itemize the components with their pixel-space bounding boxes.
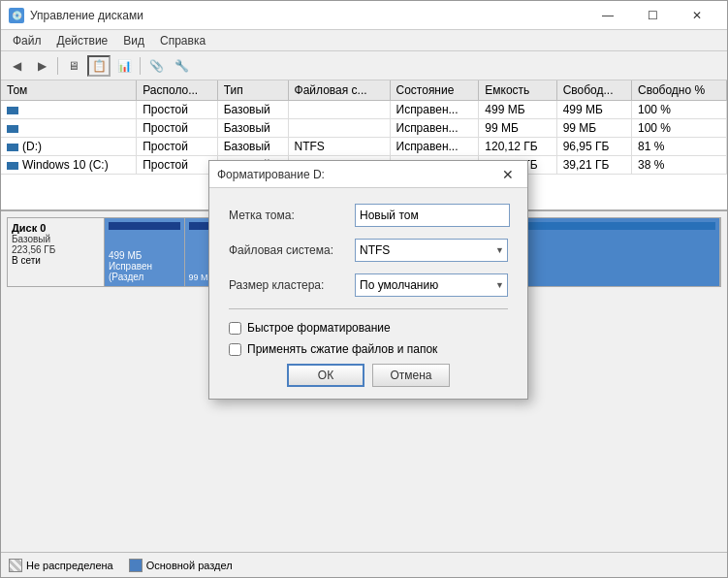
disk0-label: Диск 0 Базовый 223,56 ГБ В сети <box>8 218 105 286</box>
partition-1-topbar <box>109 222 180 230</box>
close-button[interactable]: ✕ <box>675 1 719 30</box>
legend-unalloc: Не распределена <box>9 559 113 572</box>
dialog-checkbox-compress: Применять сжатие файлов и папок <box>229 342 508 356</box>
legend-unalloc-label: Не распределена <box>26 560 113 571</box>
legend-primary-box <box>129 559 142 572</box>
col-free: Свобод... <box>556 80 631 101</box>
legend-unalloc-box <box>9 559 22 572</box>
toolbar-btn1[interactable]: 🖥 <box>62 55 85 77</box>
toolbar-forward[interactable]: ▶ <box>30 55 53 77</box>
partition-1-size: 499 МБ <box>109 250 180 261</box>
menu-view[interactable]: Вид <box>115 32 152 49</box>
dialog-select-wrap-cluster: По умолчанию 512 1024 2048 4096 <box>355 273 508 297</box>
toolbar-back[interactable]: ◀ <box>5 55 28 77</box>
minimize-button[interactable]: — <box>586 1 630 30</box>
disk-row-icon <box>7 144 18 151</box>
dialog-select-cluster[interactable]: По умолчанию 512 1024 2048 4096 <box>355 273 508 297</box>
col-rasp: Располо... <box>137 80 217 101</box>
disk0-size: 223,56 ГБ <box>12 244 100 255</box>
menu-file[interactable]: Файл <box>5 32 49 49</box>
toolbar-btn5[interactable]: 🔧 <box>170 55 193 77</box>
dialog-buttons: ОК Отмена <box>229 364 508 387</box>
col-fs: Файловая с... <box>288 80 390 101</box>
titlebar-controls: — ☐ ✕ <box>586 1 719 30</box>
disk0-type: Базовый <box>12 234 100 244</box>
toolbar: ◀ ▶ 🖥 📋 📊 📎 🔧 <box>1 51 727 80</box>
dialog-row-fs: Файловая система: NTFS FAT32 exFAT <box>229 239 508 262</box>
table-row[interactable]: ПростойБазовыйИсправен...499 МБ499 МБ100… <box>1 101 727 119</box>
disk-row-icon <box>7 107 18 114</box>
dialog-label-fs: Файловая система: <box>229 243 355 257</box>
menu-help[interactable]: Справка <box>152 32 213 49</box>
partition-1-status: Исправен (Раздел <box>109 261 180 282</box>
disk-row-icon <box>7 162 18 170</box>
dialog-body: Метка тома: Файловая система: NTFS FAT32… <box>209 188 527 399</box>
titlebar-left: 💿 Управление дисками <box>9 8 143 23</box>
disk-row-icon <box>7 125 18 133</box>
menubar: Файл Действие Вид Справка <box>1 30 727 51</box>
window-title: Управление дисками <box>30 9 143 22</box>
dialog-cancel-button[interactable]: Отмена <box>372 364 450 387</box>
dialog-ok-button[interactable]: ОК <box>287 364 364 387</box>
table-row[interactable]: (D:)ПростойБазовыйNTFSИсправен...120,12 … <box>1 138 727 156</box>
dialog-close-button[interactable]: ✕ <box>496 164 520 185</box>
maximize-button[interactable]: ☐ <box>630 1 675 30</box>
col-freepct: Свободно % <box>631 80 726 101</box>
app-icon: 💿 <box>9 8 24 23</box>
dialog-select-wrap-fs: NTFS FAT32 exFAT <box>355 239 508 262</box>
toolbar-btn2[interactable]: 📋 <box>87 55 111 77</box>
toolbar-btn3[interactable]: 📊 <box>112 55 136 77</box>
col-capacity: Емкость <box>479 80 556 101</box>
toolbar-btn4[interactable]: 📎 <box>144 55 168 77</box>
disk0-title: Диск 0 <box>12 222 100 234</box>
menu-action[interactable]: Действие <box>49 32 116 49</box>
dialog-input-metka[interactable] <box>355 204 510 227</box>
main-window: 💿 Управление дисками — ☐ ✕ Файл Действие… <box>0 0 728 578</box>
col-tom: Том <box>1 80 137 101</box>
legend-primary: Основной раздел <box>129 559 233 572</box>
col-tip: Тип <box>217 80 288 101</box>
disk0-status: В сети <box>12 255 100 266</box>
dialog-sep <box>229 308 508 309</box>
titlebar: 💿 Управление дисками — ☐ ✕ <box>1 1 727 30</box>
checkbox-quick-format[interactable] <box>229 322 241 335</box>
toolbar-sep2 <box>140 57 141 75</box>
toolbar-sep1 <box>57 57 58 75</box>
checkbox-compress-label: Применять сжатие файлов и папок <box>247 342 437 356</box>
dialog-row-metka: Метка тома: <box>229 204 508 227</box>
dialog-checkbox-quick: Быстрое форматирование <box>229 321 508 335</box>
dialog-label-metka: Метка тома: <box>229 209 355 222</box>
dialog-select-fs[interactable]: NTFS FAT32 exFAT <box>355 239 508 262</box>
dialog-titlebar: Форматирование D: ✕ <box>209 161 527 188</box>
partition-1[interactable]: 499 МБ Исправен (Раздел <box>105 218 185 286</box>
format-dialog: Форматирование D: ✕ Метка тома: Файловая… <box>208 160 528 400</box>
dialog-title: Форматирование D: <box>217 168 325 181</box>
checkbox-compress[interactable] <box>229 343 241 356</box>
table-row[interactable]: ПростойБазовыйИсправен...99 МБ99 МБ100 % <box>1 119 727 138</box>
col-status: Состояние <box>390 80 479 101</box>
legend-primary-label: Основной раздел <box>146 560 233 571</box>
checkbox-quick-label: Быстрое форматирование <box>247 321 391 335</box>
legend: Не распределена Основной раздел <box>1 552 727 577</box>
dialog-label-cluster: Размер кластера: <box>229 278 355 292</box>
dialog-row-cluster: Размер кластера: По умолчанию 512 1024 2… <box>229 273 508 297</box>
